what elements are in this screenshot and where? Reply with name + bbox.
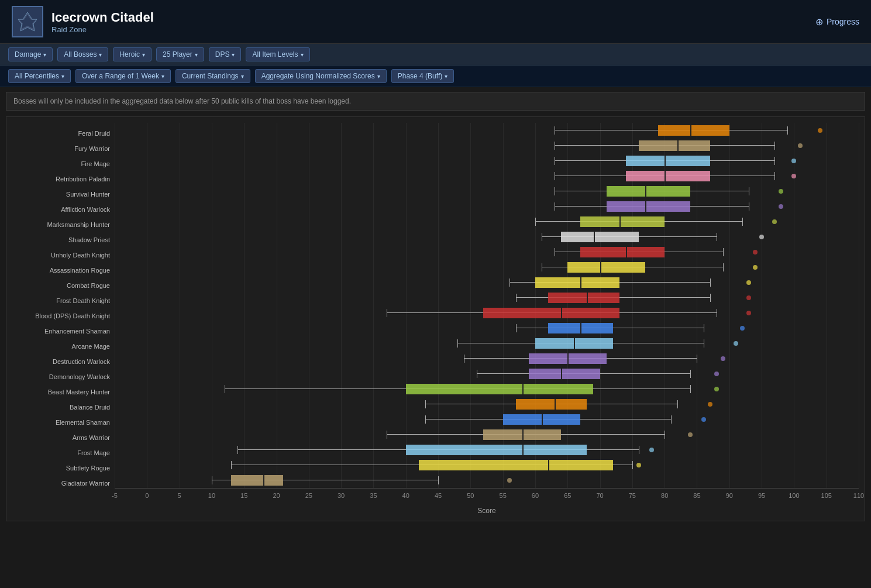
grid-line <box>665 336 665 351</box>
grid-line <box>762 275 762 290</box>
grid-line <box>665 305 665 321</box>
grid-line <box>859 397 859 412</box>
grid-line <box>729 275 730 290</box>
grid-line <box>794 290 794 305</box>
grid-line <box>277 351 277 366</box>
range-filter[interactable]: Over a Range of 1 Week <box>75 69 171 83</box>
whisker-cap-left <box>516 294 517 302</box>
grid-line <box>147 229 147 245</box>
grid-line <box>244 275 245 290</box>
grid-line <box>341 123 342 138</box>
y-label: Frost Mage <box>6 445 115 460</box>
grid-line <box>115 275 115 290</box>
grid-line <box>794 473 794 488</box>
grid-line <box>147 336 147 351</box>
x-tick: 15 <box>240 492 247 499</box>
grid-line <box>535 184 536 199</box>
grid-line <box>180 351 180 366</box>
grid-line <box>470 184 471 199</box>
grid-line <box>373 290 374 305</box>
grid-line <box>277 138 277 153</box>
x-tick: 70 <box>596 492 603 499</box>
grid-line <box>212 275 212 290</box>
damage-filter[interactable]: Damage <box>8 47 53 61</box>
standings-filter[interactable]: Current Standings <box>175 69 250 83</box>
grid-line <box>341 381 342 397</box>
grid-line <box>729 458 730 473</box>
role-filter[interactable]: DPS <box>209 47 242 61</box>
grid-line <box>341 214 342 229</box>
x-tick: 80 <box>661 492 668 499</box>
whisker-cap-left <box>457 339 458 348</box>
grid-line <box>762 260 762 275</box>
grid-line <box>470 412 471 427</box>
y-label: Arcane Mage <box>6 339 115 354</box>
grid-line <box>309 290 309 305</box>
grid-line <box>859 169 859 184</box>
outlier-dot <box>649 448 654 452</box>
grid-line <box>277 336 277 351</box>
grid-line <box>827 473 827 488</box>
grid-line <box>503 473 504 488</box>
grid-line <box>697 412 697 427</box>
grid-line <box>309 229 309 245</box>
grid-line <box>115 427 115 442</box>
grid-line <box>632 275 633 290</box>
progress-link[interactable]: Progress <box>815 16 859 27</box>
grid-line <box>373 351 374 366</box>
grid-line <box>794 229 794 245</box>
grid-line <box>373 321 374 336</box>
grid-line <box>794 123 794 138</box>
grid-line <box>147 214 147 229</box>
whisker-cap-right <box>774 157 775 165</box>
whisker-cap-left <box>542 233 542 241</box>
grid-line <box>535 138 536 153</box>
grid-line <box>147 153 147 169</box>
grid-line <box>535 290 536 305</box>
grid-line <box>309 123 309 138</box>
size-filter[interactable]: 25 Player <box>156 47 204 61</box>
grid-line <box>147 260 147 275</box>
grid-line <box>309 138 309 153</box>
grid-line <box>729 336 730 351</box>
x-tick: 55 <box>500 492 507 499</box>
grid-line <box>729 260 730 275</box>
whisker-cap-left <box>464 355 464 363</box>
grid-line <box>794 381 794 397</box>
outlier-dot <box>734 341 738 346</box>
iqr-box <box>607 201 691 212</box>
grid-line <box>632 321 633 336</box>
grid-line <box>503 199 504 214</box>
iqr-box <box>626 171 710 181</box>
whisker-cap-left <box>425 400 426 408</box>
zone-icon <box>12 6 43 37</box>
aggregate-filter[interactable]: Aggregate Using Normalized Scores <box>255 69 387 83</box>
outlier-dot <box>721 356 725 361</box>
grid-line <box>665 260 665 275</box>
y-label: Shadow Priest <box>6 232 115 247</box>
grid-line <box>729 199 730 214</box>
grid-line <box>180 381 180 397</box>
phase-filter[interactable]: Phase 4 (Buff) <box>391 69 455 83</box>
grid-line <box>535 321 536 336</box>
grid-line <box>147 427 147 442</box>
grid-line <box>180 305 180 321</box>
grid-line <box>212 214 212 229</box>
difficulty-filter[interactable]: Heroic <box>113 47 152 61</box>
grid-line <box>827 245 827 260</box>
grid-line <box>697 229 697 245</box>
grid-line <box>115 366 115 381</box>
percentile-filter[interactable]: All Percentiles <box>8 69 71 83</box>
grid-line <box>341 397 342 412</box>
zone-type: Raid Zone <box>51 25 154 34</box>
grid-line <box>115 442 115 458</box>
grid-line <box>438 260 439 275</box>
grid-line <box>341 321 342 336</box>
bosses-filter[interactable]: All Bosses <box>57 47 108 61</box>
grid-line <box>309 427 309 442</box>
grid-line <box>180 336 180 351</box>
grid-line <box>212 336 212 351</box>
y-label: Gladiator Warrior <box>6 476 115 491</box>
ilvl-filter[interactable]: All Item Levels <box>246 47 309 61</box>
bar-row <box>115 214 859 229</box>
